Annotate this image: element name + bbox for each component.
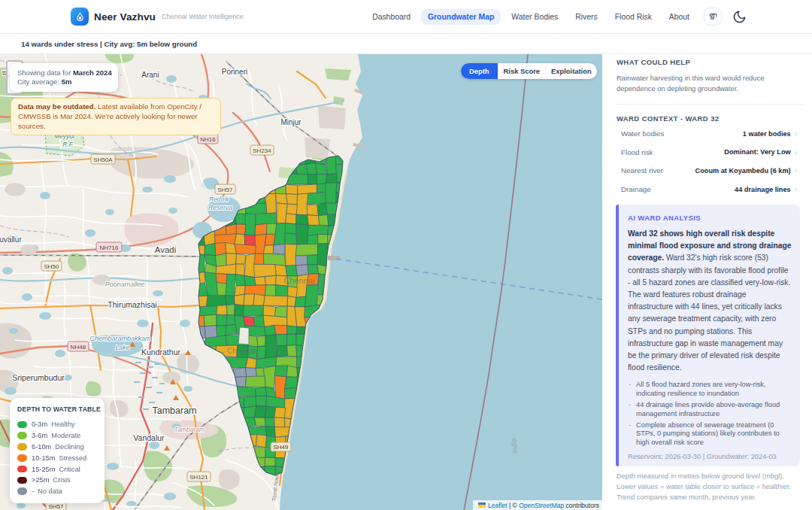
svg-text:Chennai: Chennai xyxy=(227,347,255,355)
svg-text:SH57: SH57 xyxy=(217,187,233,193)
svg-text:SH121: SH121 xyxy=(189,474,208,481)
svg-text:Poonamallee: Poonamallee xyxy=(105,281,145,288)
svg-text:Lake: Lake xyxy=(115,344,130,351)
svg-text:SH49: SH49 xyxy=(273,444,289,451)
svg-text:Kundrathur: Kundrathur xyxy=(141,348,180,357)
svg-text:Ponneri: Ponneri xyxy=(222,68,247,76)
svg-text:SH57: SH57 xyxy=(48,503,64,510)
svg-text:Chennai: Chennai xyxy=(284,276,315,285)
svg-text:Thirumazhisai: Thirumazhisai xyxy=(108,300,156,309)
svg-text:Chembarambakkam: Chembarambakkam xyxy=(89,335,151,342)
svg-text:uvallur: uvallur xyxy=(0,235,22,244)
svg-text:NH716: NH716 xyxy=(100,244,119,251)
svg-text:NH16: NH16 xyxy=(200,136,216,143)
svg-text:SH50: SH50 xyxy=(44,263,59,270)
svg-text:Reserva: Reserva xyxy=(208,204,232,211)
svg-text:R.F: R.F xyxy=(62,141,74,148)
svg-text:Arani: Arani xyxy=(141,71,159,79)
svg-text:Tambaram: Tambaram xyxy=(152,405,196,416)
svg-text:Red Hi: Red Hi xyxy=(209,196,229,203)
svg-text:Vandalur: Vandalur xyxy=(133,433,165,442)
svg-text:NH48: NH48 xyxy=(71,344,86,351)
svg-text:Tambaram: Tambaram xyxy=(174,426,205,433)
svg-text:SH234: SH234 xyxy=(253,147,271,154)
svg-text:Sriperumbudur: Sriperumbudur xyxy=(12,373,65,382)
svg-text:SH50A: SH50A xyxy=(93,156,113,163)
svg-text:Avadi: Avadi xyxy=(155,245,177,254)
svg-text:Minjur: Minjur xyxy=(280,118,301,126)
